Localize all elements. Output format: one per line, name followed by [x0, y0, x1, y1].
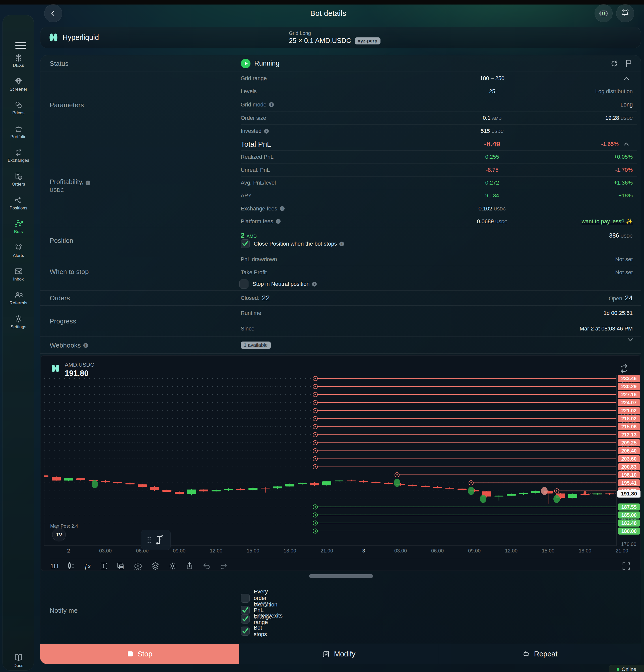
drag-dots-icon[interactable] — [147, 536, 151, 543]
info-icon[interactable]: i — [269, 102, 274, 107]
detail-row[interactable]: Platform feesi0.0689USDCwant to pay less… — [241, 215, 637, 228]
svg-text:200.83: 200.83 — [621, 464, 636, 470]
info-icon[interactable]: i — [264, 129, 269, 134]
candles-icon[interactable] — [67, 562, 75, 570]
gear-icon[interactable] — [168, 562, 177, 570]
detail-row[interactable]: SinceMar 2 at 08:03:46 PM — [241, 321, 637, 336]
chevron-up-icon[interactable] — [623, 75, 630, 82]
chevron-up-icon[interactable] — [623, 141, 630, 147]
checkbox-checked[interactable] — [241, 626, 250, 636]
detail-row[interactable]: Take ProfitNot set — [241, 266, 637, 279]
back-button[interactable] — [44, 4, 62, 22]
flag-icon[interactable] — [625, 60, 633, 68]
alerts-icon — [14, 243, 23, 252]
swap-symbol-icon[interactable] — [618, 363, 630, 375]
section-label: Webhooksi — [50, 341, 88, 349]
pay-less-link[interactable]: want to pay less? ✨ — [582, 218, 633, 225]
row-label: Investedi — [241, 128, 269, 134]
hide-drawings-icon[interactable] — [134, 562, 143, 570]
modify-button[interactable]: Modify — [239, 644, 439, 664]
market-badge: xyz-perp — [355, 37, 380, 45]
svg-text:176.00: 176.00 — [621, 541, 636, 547]
alerts-button[interactable] — [616, 4, 634, 22]
sidebar-item-portfolio[interactable]: Portfolio — [3, 124, 34, 140]
checkbox-unchecked[interactable] — [240, 279, 248, 289]
price-chart[interactable]: 203:0006:0009:0012:0015:0018:0021:00303:… — [41, 355, 641, 571]
info-icon[interactable]: i — [86, 181, 90, 185]
sidebar-item-positions[interactable]: Positions — [3, 196, 34, 211]
sidebar-item-label: Inbox — [3, 277, 34, 282]
detail-row[interactable]: Levels25Log distribution — [241, 85, 637, 98]
detail-row[interactable]: Runtime1d 00:25:51 — [241, 305, 637, 321]
info-icon[interactable]: i — [312, 282, 317, 287]
chevron-down-icon[interactable] — [627, 336, 634, 343]
checkbox-row[interactable]: Enters/exits range — [241, 612, 283, 625]
detail-row[interactable]: Grid range180 – 250 — [241, 72, 637, 85]
bot-header-card[interactable]: Hyperliquid Grid Long 25 × 0.1 AMD.USDC … — [40, 27, 641, 48]
inbox-icon — [14, 267, 23, 276]
chart-toolbar: 1HƒxVS — [50, 558, 632, 570]
chart-symbol-header: AMD.USDC 191.80 — [51, 362, 94, 378]
detail-row[interactable]: Grid modeiLong — [241, 98, 637, 111]
measure-ruler-icon[interactable] — [155, 535, 165, 545]
info-icon[interactable]: i — [276, 219, 281, 224]
tradingview-logo[interactable]: TV — [52, 528, 66, 541]
resize-handle[interactable] — [309, 574, 373, 578]
drawing-tool-chip[interactable] — [141, 530, 171, 550]
checkbox-checked[interactable] — [241, 239, 250, 248]
assistant-button[interactable] — [595, 4, 612, 22]
sidebar-item-label: DEXs — [3, 63, 34, 68]
info-icon[interactable]: i — [280, 206, 284, 211]
detail-row[interactable]: Total PnL-8.49-1.65% — [241, 138, 637, 151]
fullscreen-icon[interactable] — [622, 558, 630, 570]
checkbox-checked[interactable] — [241, 614, 250, 624]
row-right-value: Mar 2 at 08:03:46 PM — [580, 325, 633, 332]
hamburger-icon[interactable] — [15, 40, 26, 48]
row-right-value: -1.70% — [615, 167, 633, 173]
detail-row[interactable]: Order size0.1AMD19.28USDC — [241, 111, 637, 125]
sidebar-item-alerts[interactable]: Alerts — [3, 243, 34, 258]
stop-button[interactable]: Stop — [40, 644, 239, 664]
detail-row[interactable]: PnL drawdownNot set — [241, 253, 637, 266]
refresh-icon[interactable] — [610, 60, 618, 68]
info-icon[interactable]: i — [83, 343, 88, 348]
sidebar-item-screener[interactable]: Screener — [3, 77, 34, 92]
chart-last-price: 191.80 — [65, 369, 94, 378]
chevron-left-icon — [50, 10, 57, 16]
layers-icon[interactable] — [151, 562, 160, 570]
checkbox-row[interactable]: Stop in Neutral positioni — [240, 279, 317, 289]
sidebar-item-orders[interactable]: Orders — [3, 172, 34, 187]
sidebar-item-bots[interactable]: Bots — [3, 219, 34, 234]
sidebar-item-dexs[interactable]: DEXs — [3, 53, 34, 68]
detail-row[interactable]: Avg. PnL/level0.272+1.36% — [241, 177, 637, 189]
redo-icon[interactable] — [219, 562, 228, 570]
detail-row[interactable]: Realized PnL0.255+0.05% — [241, 151, 637, 164]
undo-icon[interactable] — [202, 562, 211, 570]
sidebar-item-docs[interactable]: Docs — [3, 653, 34, 668]
fx-indicators-icon[interactable]: ƒx — [84, 563, 90, 570]
detail-row[interactable]: Investedi515USDC — [241, 124, 637, 137]
info-icon[interactable]: i — [339, 242, 344, 247]
detail-row[interactable]: Exchange feesi0.102USDC — [241, 202, 637, 215]
sidebar-item-settings[interactable]: Settings — [3, 314, 34, 329]
row-right-value: +0.05% — [614, 154, 633, 160]
row-label: Grid range — [241, 75, 267, 82]
sidebar-item-exchanges[interactable]: Exchanges — [3, 148, 34, 163]
interval-1H[interactable]: 1H — [50, 562, 59, 570]
sidebar-item-inbox[interactable]: Inbox — [3, 267, 34, 282]
stop-square-icon — [127, 651, 134, 657]
compare-icon[interactable]: VS — [117, 562, 125, 570]
section-label: Parameters — [50, 101, 84, 109]
exchanges-icon — [14, 148, 23, 157]
sidebar-item-prices[interactable]: Prices — [3, 100, 34, 116]
checkbox-row[interactable]: Close Position when the bot stopsi — [241, 239, 344, 248]
sidebar-item-referrals[interactable]: Referrals — [3, 290, 34, 305]
system-strip — [0, 0, 644, 4]
expand-icon[interactable] — [99, 562, 108, 570]
svg-text:203.60: 203.60 — [621, 456, 636, 461]
detail-row[interactable]: Unreal. PnL-8.75-1.70% — [241, 164, 637, 177]
detail-row[interactable]: APY91.34+18% — [241, 189, 637, 202]
repeat-button[interactable]: Repeat — [439, 644, 641, 664]
checkbox-row[interactable]: Bot stops — [241, 625, 267, 638]
share-icon[interactable] — [185, 562, 194, 570]
